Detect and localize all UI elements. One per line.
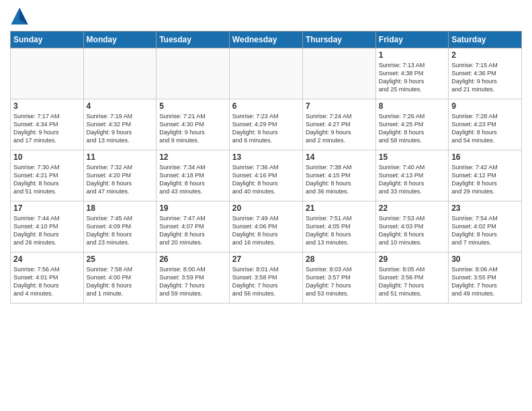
day-number: 20	[232, 203, 300, 213]
calendar-cell: 8Sunrise: 7:26 AM Sunset: 4:25 PM Daylig…	[375, 99, 448, 150]
calendar-cell: 24Sunrise: 7:56 AM Sunset: 4:01 PM Dayli…	[11, 253, 84, 304]
calendar-cell: 5Sunrise: 7:21 AM Sunset: 4:30 PM Daylig…	[157, 99, 230, 150]
day-info: Sunrise: 8:05 AM Sunset: 3:56 PM Dayligh…	[379, 265, 445, 298]
logo	[10, 7, 32, 26]
calendar-cell: 27Sunrise: 8:01 AM Sunset: 3:58 PM Dayli…	[229, 253, 302, 304]
day-info: Sunrise: 7:51 AM Sunset: 4:05 PM Dayligh…	[306, 214, 373, 247]
day-info: Sunrise: 7:23 AM Sunset: 4:29 PM Dayligh…	[232, 112, 300, 145]
day-number: 27	[232, 255, 300, 264]
calendar-cell: 26Sunrise: 8:00 AM Sunset: 3:59 PM Dayli…	[157, 253, 230, 304]
day-number: 29	[379, 255, 445, 264]
day-info: Sunrise: 7:15 AM Sunset: 4:36 PM Dayligh…	[451, 61, 519, 94]
calendar-cell: 3Sunrise: 7:17 AM Sunset: 4:34 PM Daylig…	[11, 99, 84, 150]
day-info: Sunrise: 7:54 AM Sunset: 4:02 PM Dayligh…	[451, 214, 519, 247]
calendar-cell: 6Sunrise: 7:23 AM Sunset: 4:29 PM Daylig…	[229, 99, 302, 150]
day-number: 22	[379, 203, 445, 213]
calendar-cell: 4Sunrise: 7:19 AM Sunset: 4:32 PM Daylig…	[83, 99, 157, 150]
day-info: Sunrise: 7:28 AM Sunset: 4:23 PM Dayligh…	[451, 112, 519, 145]
day-number: 17	[13, 203, 81, 213]
day-info: Sunrise: 7:49 AM Sunset: 4:06 PM Dayligh…	[232, 214, 300, 247]
day-number: 6	[232, 101, 300, 111]
calendar-table: SundayMondayTuesdayWednesdayThursdayFrid…	[10, 31, 522, 304]
day-info: Sunrise: 7:32 AM Sunset: 4:20 PM Dayligh…	[87, 163, 154, 196]
day-number: 2	[451, 50, 519, 60]
calendar-cell: 30Sunrise: 8:06 AM Sunset: 3:55 PM Dayli…	[449, 253, 522, 304]
day-info: Sunrise: 8:03 AM Sunset: 3:57 PM Dayligh…	[306, 265, 373, 298]
calendar-cell: 20Sunrise: 7:49 AM Sunset: 4:06 PM Dayli…	[229, 201, 302, 253]
calendar-header-thursday: Thursday	[302, 32, 375, 48]
calendar-header-friday: Friday	[375, 32, 448, 48]
day-number: 26	[159, 255, 226, 264]
day-number: 3	[13, 101, 81, 111]
day-info: Sunrise: 8:06 AM Sunset: 3:55 PM Dayligh…	[451, 265, 519, 298]
calendar-cell: 10Sunrise: 7:30 AM Sunset: 4:21 PM Dayli…	[11, 150, 84, 201]
calendar-header-row: SundayMondayTuesdayWednesdayThursdayFrid…	[11, 32, 522, 48]
day-info: Sunrise: 7:19 AM Sunset: 4:32 PM Dayligh…	[87, 112, 154, 145]
day-info: Sunrise: 7:17 AM Sunset: 4:34 PM Dayligh…	[13, 112, 81, 145]
calendar-cell	[157, 48, 230, 99]
calendar-cell	[302, 48, 375, 99]
calendar-cell	[83, 48, 157, 99]
day-number: 30	[451, 255, 519, 264]
calendar-header-saturday: Saturday	[449, 32, 522, 48]
calendar-cell: 7Sunrise: 7:24 AM Sunset: 4:27 PM Daylig…	[302, 99, 375, 150]
day-info: Sunrise: 7:40 AM Sunset: 4:13 PM Dayligh…	[379, 163, 445, 196]
day-info: Sunrise: 7:26 AM Sunset: 4:25 PM Dayligh…	[379, 112, 445, 145]
day-info: Sunrise: 7:53 AM Sunset: 4:03 PM Dayligh…	[379, 214, 445, 247]
calendar-cell: 21Sunrise: 7:51 AM Sunset: 4:05 PM Dayli…	[302, 201, 375, 253]
day-info: Sunrise: 7:34 AM Sunset: 4:18 PM Dayligh…	[159, 163, 226, 196]
day-number: 14	[306, 152, 373, 162]
calendar-week-3: 10Sunrise: 7:30 AM Sunset: 4:21 PM Dayli…	[11, 150, 522, 201]
calendar-cell: 22Sunrise: 7:53 AM Sunset: 4:03 PM Dayli…	[375, 201, 448, 253]
day-info: Sunrise: 8:01 AM Sunset: 3:58 PM Dayligh…	[232, 265, 300, 298]
day-number: 25	[87, 255, 154, 264]
calendar-week-4: 17Sunrise: 7:44 AM Sunset: 4:10 PM Dayli…	[11, 201, 522, 253]
calendar-cell	[11, 48, 84, 99]
calendar-cell: 14Sunrise: 7:38 AM Sunset: 4:15 PM Dayli…	[302, 150, 375, 201]
day-info: Sunrise: 8:00 AM Sunset: 3:59 PM Dayligh…	[159, 265, 226, 298]
calendar-cell: 11Sunrise: 7:32 AM Sunset: 4:20 PM Dayli…	[83, 150, 157, 201]
day-info: Sunrise: 7:21 AM Sunset: 4:30 PM Dayligh…	[159, 112, 226, 145]
day-info: Sunrise: 7:42 AM Sunset: 4:12 PM Dayligh…	[451, 163, 519, 196]
day-info: Sunrise: 7:58 AM Sunset: 4:00 PM Dayligh…	[87, 265, 154, 298]
day-number: 7	[306, 101, 373, 111]
day-number: 9	[451, 101, 519, 111]
calendar-cell: 25Sunrise: 7:58 AM Sunset: 4:00 PM Dayli…	[83, 253, 157, 304]
calendar-cell	[229, 48, 302, 99]
day-number: 12	[159, 152, 226, 162]
day-number: 16	[451, 152, 519, 162]
day-info: Sunrise: 7:13 AM Sunset: 4:38 PM Dayligh…	[379, 61, 445, 94]
calendar-header-monday: Monday	[83, 32, 157, 48]
day-info: Sunrise: 7:44 AM Sunset: 4:10 PM Dayligh…	[13, 214, 81, 247]
day-info: Sunrise: 7:36 AM Sunset: 4:16 PM Dayligh…	[232, 163, 300, 196]
day-number: 1	[379, 50, 445, 60]
day-info: Sunrise: 7:30 AM Sunset: 4:21 PM Dayligh…	[13, 163, 81, 196]
day-number: 13	[232, 152, 300, 162]
calendar-cell: 29Sunrise: 8:05 AM Sunset: 3:56 PM Dayli…	[375, 253, 448, 304]
day-number: 19	[159, 203, 226, 213]
day-number: 28	[306, 255, 373, 264]
day-number: 11	[87, 152, 154, 162]
day-number: 4	[87, 101, 154, 111]
day-number: 21	[306, 203, 373, 213]
day-number: 18	[87, 203, 154, 213]
day-number: 8	[379, 101, 445, 111]
day-info: Sunrise: 7:56 AM Sunset: 4:01 PM Dayligh…	[13, 265, 81, 298]
calendar-header-wednesday: Wednesday	[229, 32, 302, 48]
logo-icon	[10, 7, 29, 26]
calendar-week-2: 3Sunrise: 7:17 AM Sunset: 4:34 PM Daylig…	[11, 99, 522, 150]
calendar-cell: 17Sunrise: 7:44 AM Sunset: 4:10 PM Dayli…	[11, 201, 84, 253]
day-info: Sunrise: 7:24 AM Sunset: 4:27 PM Dayligh…	[306, 112, 373, 145]
calendar-cell: 12Sunrise: 7:34 AM Sunset: 4:18 PM Dayli…	[157, 150, 230, 201]
day-number: 24	[13, 255, 81, 264]
calendar-header-tuesday: Tuesday	[157, 32, 230, 48]
calendar-cell: 19Sunrise: 7:47 AM Sunset: 4:07 PM Dayli…	[157, 201, 230, 253]
calendar-cell: 16Sunrise: 7:42 AM Sunset: 4:12 PM Dayli…	[449, 150, 522, 201]
calendar-week-5: 24Sunrise: 7:56 AM Sunset: 4:01 PM Dayli…	[11, 253, 522, 304]
calendar-cell: 2Sunrise: 7:15 AM Sunset: 4:36 PM Daylig…	[449, 48, 522, 99]
calendar-cell: 28Sunrise: 8:03 AM Sunset: 3:57 PM Dayli…	[302, 253, 375, 304]
day-number: 10	[13, 152, 81, 162]
calendar-cell: 15Sunrise: 7:40 AM Sunset: 4:13 PM Dayli…	[375, 150, 448, 201]
header	[10, 7, 522, 26]
day-info: Sunrise: 7:45 AM Sunset: 4:09 PM Dayligh…	[87, 214, 154, 247]
